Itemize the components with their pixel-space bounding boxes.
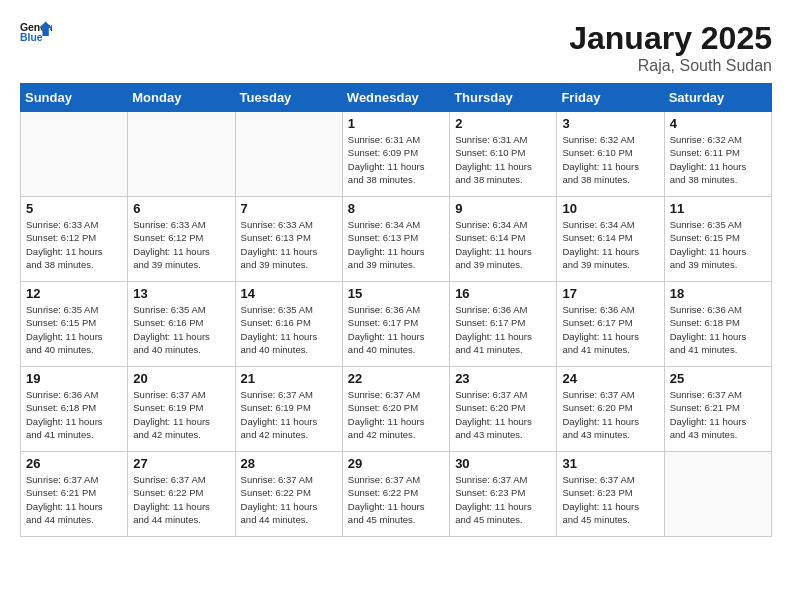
calendar-cell: 19Sunrise: 6:36 AM Sunset: 6:18 PM Dayli… bbox=[21, 367, 128, 452]
day-info: Sunrise: 6:35 AM Sunset: 6:15 PM Dayligh… bbox=[670, 218, 766, 271]
week-row-3: 12Sunrise: 6:35 AM Sunset: 6:15 PM Dayli… bbox=[21, 282, 772, 367]
title-area: January 2025 Raja, South Sudan bbox=[569, 20, 772, 75]
calendar-cell: 22Sunrise: 6:37 AM Sunset: 6:20 PM Dayli… bbox=[342, 367, 449, 452]
calendar-cell bbox=[21, 112, 128, 197]
col-wednesday: Wednesday bbox=[342, 84, 449, 112]
day-info: Sunrise: 6:37 AM Sunset: 6:21 PM Dayligh… bbox=[670, 388, 766, 441]
day-number: 27 bbox=[133, 456, 229, 471]
day-number: 17 bbox=[562, 286, 658, 301]
col-thursday: Thursday bbox=[450, 84, 557, 112]
calendar-cell: 2Sunrise: 6:31 AM Sunset: 6:10 PM Daylig… bbox=[450, 112, 557, 197]
day-number: 29 bbox=[348, 456, 444, 471]
day-number: 6 bbox=[133, 201, 229, 216]
day-number: 23 bbox=[455, 371, 551, 386]
calendar-cell: 1Sunrise: 6:31 AM Sunset: 6:09 PM Daylig… bbox=[342, 112, 449, 197]
calendar-cell: 20Sunrise: 6:37 AM Sunset: 6:19 PM Dayli… bbox=[128, 367, 235, 452]
col-tuesday: Tuesday bbox=[235, 84, 342, 112]
day-number: 7 bbox=[241, 201, 337, 216]
calendar-cell: 4Sunrise: 6:32 AM Sunset: 6:11 PM Daylig… bbox=[664, 112, 771, 197]
day-number: 24 bbox=[562, 371, 658, 386]
calendar-cell: 28Sunrise: 6:37 AM Sunset: 6:22 PM Dayli… bbox=[235, 452, 342, 537]
day-info: Sunrise: 6:33 AM Sunset: 6:12 PM Dayligh… bbox=[133, 218, 229, 271]
day-info: Sunrise: 6:37 AM Sunset: 6:22 PM Dayligh… bbox=[241, 473, 337, 526]
calendar-cell: 9Sunrise: 6:34 AM Sunset: 6:14 PM Daylig… bbox=[450, 197, 557, 282]
day-info: Sunrise: 6:32 AM Sunset: 6:11 PM Dayligh… bbox=[670, 133, 766, 186]
calendar-subtitle: Raja, South Sudan bbox=[569, 57, 772, 75]
calendar-cell: 16Sunrise: 6:36 AM Sunset: 6:17 PM Dayli… bbox=[450, 282, 557, 367]
calendar-cell: 25Sunrise: 6:37 AM Sunset: 6:21 PM Dayli… bbox=[664, 367, 771, 452]
day-number: 12 bbox=[26, 286, 122, 301]
day-number: 11 bbox=[670, 201, 766, 216]
day-number: 4 bbox=[670, 116, 766, 131]
calendar-cell: 27Sunrise: 6:37 AM Sunset: 6:22 PM Dayli… bbox=[128, 452, 235, 537]
day-number: 21 bbox=[241, 371, 337, 386]
day-info: Sunrise: 6:35 AM Sunset: 6:16 PM Dayligh… bbox=[241, 303, 337, 356]
day-info: Sunrise: 6:36 AM Sunset: 6:17 PM Dayligh… bbox=[455, 303, 551, 356]
day-number: 3 bbox=[562, 116, 658, 131]
day-info: Sunrise: 6:37 AM Sunset: 6:22 PM Dayligh… bbox=[348, 473, 444, 526]
day-number: 18 bbox=[670, 286, 766, 301]
logo-icon: General Blue bbox=[20, 20, 52, 44]
calendar-cell: 21Sunrise: 6:37 AM Sunset: 6:19 PM Dayli… bbox=[235, 367, 342, 452]
day-info: Sunrise: 6:37 AM Sunset: 6:19 PM Dayligh… bbox=[133, 388, 229, 441]
header: General Blue January 2025 Raja, South Su… bbox=[20, 20, 772, 75]
week-row-2: 5Sunrise: 6:33 AM Sunset: 6:12 PM Daylig… bbox=[21, 197, 772, 282]
calendar-cell: 29Sunrise: 6:37 AM Sunset: 6:22 PM Dayli… bbox=[342, 452, 449, 537]
day-info: Sunrise: 6:37 AM Sunset: 6:20 PM Dayligh… bbox=[562, 388, 658, 441]
calendar-cell: 26Sunrise: 6:37 AM Sunset: 6:21 PM Dayli… bbox=[21, 452, 128, 537]
calendar-cell: 31Sunrise: 6:37 AM Sunset: 6:23 PM Dayli… bbox=[557, 452, 664, 537]
header-row: Sunday Monday Tuesday Wednesday Thursday… bbox=[21, 84, 772, 112]
calendar-cell: 11Sunrise: 6:35 AM Sunset: 6:15 PM Dayli… bbox=[664, 197, 771, 282]
day-number: 9 bbox=[455, 201, 551, 216]
calendar-cell: 17Sunrise: 6:36 AM Sunset: 6:17 PM Dayli… bbox=[557, 282, 664, 367]
day-info: Sunrise: 6:34 AM Sunset: 6:13 PM Dayligh… bbox=[348, 218, 444, 271]
calendar-cell: 10Sunrise: 6:34 AM Sunset: 6:14 PM Dayli… bbox=[557, 197, 664, 282]
calendar-cell: 8Sunrise: 6:34 AM Sunset: 6:13 PM Daylig… bbox=[342, 197, 449, 282]
day-number: 31 bbox=[562, 456, 658, 471]
col-monday: Monday bbox=[128, 84, 235, 112]
week-row-4: 19Sunrise: 6:36 AM Sunset: 6:18 PM Dayli… bbox=[21, 367, 772, 452]
day-info: Sunrise: 6:37 AM Sunset: 6:21 PM Dayligh… bbox=[26, 473, 122, 526]
day-info: Sunrise: 6:37 AM Sunset: 6:23 PM Dayligh… bbox=[455, 473, 551, 526]
day-info: Sunrise: 6:37 AM Sunset: 6:19 PM Dayligh… bbox=[241, 388, 337, 441]
calendar-title: January 2025 bbox=[569, 20, 772, 57]
day-info: Sunrise: 6:35 AM Sunset: 6:16 PM Dayligh… bbox=[133, 303, 229, 356]
calendar-cell: 5Sunrise: 6:33 AM Sunset: 6:12 PM Daylig… bbox=[21, 197, 128, 282]
calendar-cell: 18Sunrise: 6:36 AM Sunset: 6:18 PM Dayli… bbox=[664, 282, 771, 367]
day-number: 16 bbox=[455, 286, 551, 301]
calendar-cell: 12Sunrise: 6:35 AM Sunset: 6:15 PM Dayli… bbox=[21, 282, 128, 367]
day-info: Sunrise: 6:32 AM Sunset: 6:10 PM Dayligh… bbox=[562, 133, 658, 186]
day-number: 30 bbox=[455, 456, 551, 471]
day-info: Sunrise: 6:31 AM Sunset: 6:10 PM Dayligh… bbox=[455, 133, 551, 186]
day-number: 15 bbox=[348, 286, 444, 301]
day-number: 19 bbox=[26, 371, 122, 386]
day-info: Sunrise: 6:37 AM Sunset: 6:23 PM Dayligh… bbox=[562, 473, 658, 526]
calendar-cell: 15Sunrise: 6:36 AM Sunset: 6:17 PM Dayli… bbox=[342, 282, 449, 367]
day-info: Sunrise: 6:36 AM Sunset: 6:17 PM Dayligh… bbox=[348, 303, 444, 356]
calendar-cell bbox=[664, 452, 771, 537]
day-number: 25 bbox=[670, 371, 766, 386]
week-row-1: 1Sunrise: 6:31 AM Sunset: 6:09 PM Daylig… bbox=[21, 112, 772, 197]
calendar-cell bbox=[235, 112, 342, 197]
col-saturday: Saturday bbox=[664, 84, 771, 112]
day-number: 13 bbox=[133, 286, 229, 301]
calendar-cell: 30Sunrise: 6:37 AM Sunset: 6:23 PM Dayli… bbox=[450, 452, 557, 537]
calendar-cell bbox=[128, 112, 235, 197]
day-number: 5 bbox=[26, 201, 122, 216]
day-number: 26 bbox=[26, 456, 122, 471]
calendar-cell: 13Sunrise: 6:35 AM Sunset: 6:16 PM Dayli… bbox=[128, 282, 235, 367]
logo: General Blue bbox=[20, 20, 52, 44]
day-info: Sunrise: 6:37 AM Sunset: 6:20 PM Dayligh… bbox=[348, 388, 444, 441]
calendar-cell: 24Sunrise: 6:37 AM Sunset: 6:20 PM Dayli… bbox=[557, 367, 664, 452]
day-number: 20 bbox=[133, 371, 229, 386]
day-number: 22 bbox=[348, 371, 444, 386]
day-number: 28 bbox=[241, 456, 337, 471]
col-sunday: Sunday bbox=[21, 84, 128, 112]
day-info: Sunrise: 6:35 AM Sunset: 6:15 PM Dayligh… bbox=[26, 303, 122, 356]
day-number: 14 bbox=[241, 286, 337, 301]
day-info: Sunrise: 6:33 AM Sunset: 6:13 PM Dayligh… bbox=[241, 218, 337, 271]
calendar-table: Sunday Monday Tuesday Wednesday Thursday… bbox=[20, 83, 772, 537]
day-info: Sunrise: 6:34 AM Sunset: 6:14 PM Dayligh… bbox=[562, 218, 658, 271]
calendar-cell: 6Sunrise: 6:33 AM Sunset: 6:12 PM Daylig… bbox=[128, 197, 235, 282]
day-info: Sunrise: 6:36 AM Sunset: 6:17 PM Dayligh… bbox=[562, 303, 658, 356]
